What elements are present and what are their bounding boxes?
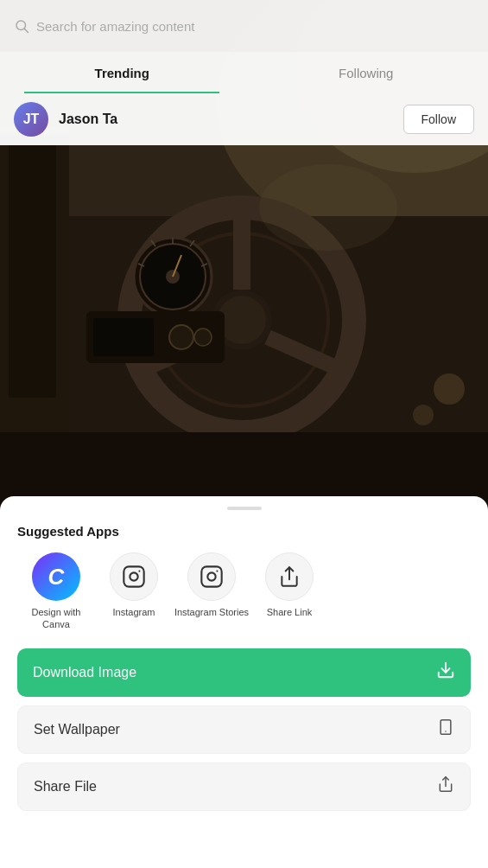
share-file-button[interactable]: Share File xyxy=(17,763,471,811)
user-row: JT Jason Ta Follow xyxy=(0,93,488,145)
svg-point-34 xyxy=(130,572,137,580)
svg-rect-41 xyxy=(440,720,451,735)
apps-row: C Design with Canva Instagram xyxy=(17,552,471,631)
svg-line-32 xyxy=(24,29,28,32)
download-image-button[interactable]: Download Image xyxy=(17,648,471,697)
svg-point-38 xyxy=(216,571,218,572)
instagram-stories-label: Instagram Stories xyxy=(174,606,249,618)
share-file-label: Share File xyxy=(34,779,97,795)
bottom-sheet: Suggested Apps C Design with Canva Insta… xyxy=(0,496,488,868)
set-wallpaper-button[interactable]: Set Wallpaper xyxy=(17,705,471,754)
instagram-icon xyxy=(110,552,158,601)
download-icon xyxy=(436,661,455,684)
set-wallpaper-label: Set Wallpaper xyxy=(34,722,120,737)
share-link-label: Share Link xyxy=(267,606,313,618)
app-share-link[interactable]: Share Link xyxy=(250,552,328,631)
canva-icon: C xyxy=(32,552,80,601)
follow-button[interactable]: Follow xyxy=(403,105,474,134)
search-placeholder[interactable]: Search for amazing content xyxy=(36,19,194,34)
search-bar: Search for amazing content xyxy=(0,0,488,52)
search-icon xyxy=(14,18,29,34)
download-image-label: Download Image xyxy=(33,665,136,680)
tabs-container: Trending Following xyxy=(0,52,488,93)
wallpaper-icon xyxy=(437,718,454,740)
tab-following[interactable]: Following xyxy=(244,52,489,93)
svg-rect-36 xyxy=(201,566,221,586)
app-instagram[interactable]: Instagram xyxy=(95,552,173,631)
search-icon-wrap xyxy=(14,18,29,34)
sheet-handle xyxy=(227,507,262,510)
instagram-label: Instagram xyxy=(113,606,155,618)
instagram-stories-icon xyxy=(187,552,236,601)
svg-point-37 xyxy=(207,572,215,580)
suggested-apps-title: Suggested Apps xyxy=(17,524,471,539)
avatar: JT xyxy=(14,102,48,137)
tab-trending[interactable]: Trending xyxy=(0,52,244,93)
share-file-icon xyxy=(437,775,454,797)
user-name: Jason Ta xyxy=(59,112,393,127)
svg-point-35 xyxy=(138,571,140,572)
canva-label: Design with Canva xyxy=(17,606,95,631)
app-canva[interactable]: C Design with Canva xyxy=(17,552,95,631)
svg-rect-33 xyxy=(124,566,143,586)
app-instagram-stories[interactable]: Instagram Stories xyxy=(173,552,250,631)
share-link-icon xyxy=(265,552,314,601)
